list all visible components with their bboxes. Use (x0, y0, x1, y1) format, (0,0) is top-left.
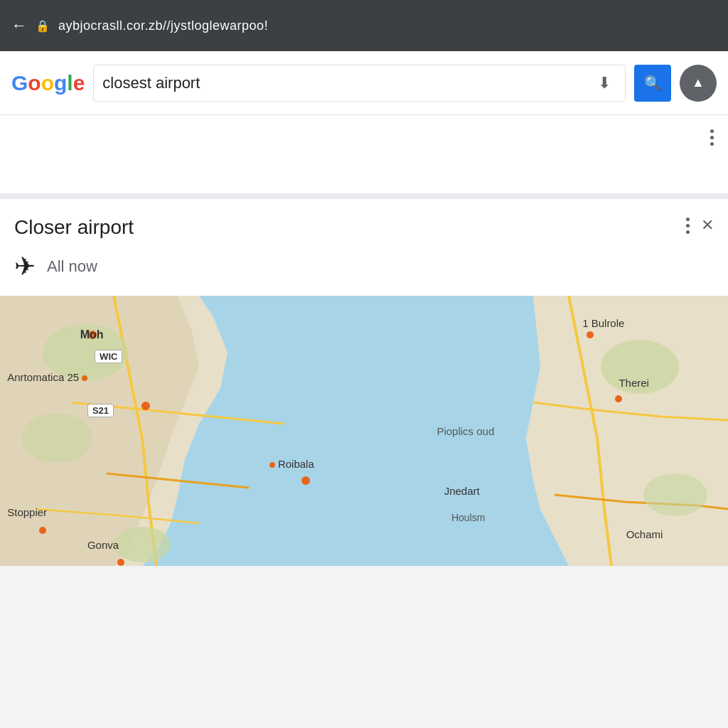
dot-4 (686, 218, 690, 221)
map-label-houlsm: Houlsm (451, 512, 485, 523)
dot-5 (686, 224, 690, 228)
map-badge-wic: WIC (95, 350, 122, 363)
svg-point-11 (587, 331, 594, 338)
svg-point-5 (643, 473, 707, 516)
map-label-therei: Therei (619, 377, 649, 389)
mic-icon[interactable]: ⬇ (598, 74, 611, 92)
airplane-icon: ✈ (14, 252, 36, 282)
url-bar[interactable]: aybjocrasll.cor.zb//jystloglewarpoo! (58, 18, 717, 33)
expand-icon: ▲ (692, 75, 705, 90)
browser-bar: ← 🔒 aybjocrasll.cor.zb//jystloglewarpoo! (0, 0, 728, 51)
result-header: Closer airport ✕ (14, 216, 714, 239)
section-divider (0, 193, 728, 199)
search-input-container[interactable]: closest airport ⬇ (93, 65, 626, 102)
map-label-roibala: Roibala (269, 458, 314, 470)
gap-area (0, 115, 728, 193)
svg-point-12 (615, 395, 622, 402)
map-label-moh: Moh (80, 328, 104, 341)
result-subtitle: All now (47, 257, 97, 276)
svg-point-7 (141, 402, 150, 410)
dot-6 (686, 230, 690, 234)
map-area[interactable]: Moh WIC Anrtomatica 25 S21 Roibala Stopp… (0, 296, 728, 566)
map-svg (0, 296, 728, 566)
search-button[interactable]: 🔍 (634, 65, 671, 102)
map-label-ochami: Ochami (626, 528, 663, 540)
expand-button[interactable]: ▲ (680, 65, 717, 102)
more-options-button[interactable] (710, 129, 714, 146)
map-label-pioplics: Pioplics oud (437, 425, 494, 437)
result-more-options[interactable] (686, 218, 690, 234)
svg-point-8 (301, 476, 310, 485)
result-title: Closer airport (14, 216, 134, 239)
google-logo: Google (11, 71, 85, 95)
search-icon: 🔍 (644, 75, 662, 92)
svg-point-9 (39, 527, 46, 534)
svg-point-3 (114, 527, 171, 562)
dot-1 (710, 129, 714, 133)
search-area: Google closest airport ⬇ 🔍 ▲ (0, 51, 728, 115)
map-label-stoppier: Stoppier (7, 506, 47, 518)
svg-point-10 (117, 559, 124, 566)
dot-3 (710, 142, 714, 146)
map-label-gonva: Gonva (87, 539, 119, 551)
map-label-anrtomatica: Anrtomatica 25 (7, 371, 87, 383)
back-button[interactable]: ← (11, 16, 27, 35)
close-button[interactable]: ✕ (701, 216, 714, 235)
lock-icon: 🔒 (36, 19, 50, 33)
result-actions: ✕ (686, 216, 714, 235)
map-badge-s21: S21 (87, 404, 114, 417)
map-label-jnedart: Jnedart (444, 485, 480, 497)
svg-point-2 (21, 413, 92, 463)
map-label-bulrole: 1 Bulrole (582, 317, 624, 329)
result-row: ✈ All now (14, 252, 714, 282)
dot-2 (710, 136, 714, 139)
search-query: closest airport (102, 74, 598, 92)
result-card: Closer airport ✕ ✈ All now (0, 199, 728, 296)
